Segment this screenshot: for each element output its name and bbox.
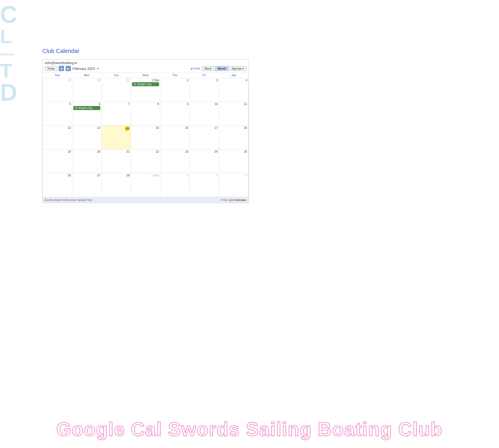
- calendar-week-row: 19202122232425: [43, 149, 248, 173]
- calendar-day-cell[interactable]: 31: [102, 78, 131, 102]
- calendar-day-cell[interactable]: 23: [160, 149, 190, 173]
- calendar-day-cell[interactable]: 26: [43, 173, 72, 197]
- agenda-dropdown-icon[interactable]: ▼: [242, 67, 244, 70]
- week-view-button[interactable]: Week: [202, 66, 214, 71]
- day-number: 1 Feb: [132, 79, 159, 82]
- day-number: 3: [191, 79, 218, 82]
- calendar-day-cell[interactable]: 13: [72, 126, 102, 149]
- calendar-day-cell[interactable]: 2: [160, 78, 190, 102]
- day-number: 26: [44, 174, 71, 177]
- calendar-day-cell[interactable]: 29: [43, 78, 72, 102]
- event-chip[interactable]: St. Brigid's Day: [132, 82, 159, 86]
- calendar-nav-left: Today ◀ ▶ February 2023 ▼: [45, 66, 99, 71]
- day-number: 16: [161, 126, 188, 129]
- timezone-text: Events shown in time zone: Ireland Time: [45, 199, 92, 202]
- calendar-week-row: 56St. Brigid's Day7891011: [43, 102, 248, 126]
- day-number: 18: [220, 126, 247, 129]
- calendar-day-cell[interactable]: 4: [219, 173, 248, 197]
- calendar-week-row: 2930311 FebSt. Brigid's Day234: [43, 78, 248, 102]
- calendar-day-cell[interactable]: 3: [190, 78, 219, 102]
- calendar-week-row: 12131415161718: [43, 126, 248, 149]
- day-number: 3: [191, 174, 218, 177]
- calendar-day-cell[interactable]: 22: [131, 149, 160, 173]
- calendar-day-cell[interactable]: 11: [219, 102, 248, 126]
- calendar-day-cell[interactable]: 1 Mar: [131, 173, 160, 197]
- main-content: Club Calendar ssbc@swordssailing.ie Toda…: [42, 48, 249, 203]
- side-decoration: C L — T D: [0, 0, 16, 106]
- day-number: 13: [73, 126, 100, 129]
- page-title: Club Calendar: [42, 48, 249, 54]
- day-of-week-header: Tue: [102, 72, 131, 78]
- day-number: 8: [132, 102, 159, 106]
- day-number: 23: [161, 150, 188, 153]
- calendar-day-cell[interactable]: 1 FebSt. Brigid's Day: [131, 78, 160, 102]
- calendar-day-cell[interactable]: 24: [190, 149, 219, 173]
- month-title: February 2023: [72, 67, 95, 71]
- prev-month-button[interactable]: ◀: [59, 66, 64, 71]
- day-of-week-header: Fri: [190, 72, 219, 78]
- calendar-day-cell[interactable]: 17: [190, 126, 219, 149]
- calendar-day-cell[interactable]: 8: [131, 102, 160, 126]
- calendar-day-cell[interactable]: 30: [72, 78, 102, 102]
- calendar-day-cell[interactable]: 21: [102, 149, 131, 173]
- day-number: 17: [191, 126, 218, 129]
- event-chip[interactable]: St. Brigid's Day: [73, 106, 100, 110]
- day-number: 25: [220, 150, 247, 153]
- calendar-day-cell[interactable]: 20: [72, 149, 102, 173]
- calendar-day-cell[interactable]: 27: [72, 173, 102, 197]
- calendar-day-cell[interactable]: 28: [102, 173, 131, 197]
- calendar-day-cell[interactable]: 2: [160, 173, 190, 197]
- next-month-button[interactable]: ▶: [66, 66, 71, 71]
- calendar-day-cell[interactable]: 6St. Brigid's Day: [72, 102, 102, 126]
- google-calendar-badge[interactable]: + Google Calendar: [221, 198, 246, 202]
- google-logo: Google: [223, 198, 233, 202]
- day-number: 7: [103, 102, 130, 106]
- day-number: 14: [125, 126, 130, 131]
- day-number: 2: [161, 174, 188, 177]
- calendar-day-cell[interactable]: 3: [190, 173, 219, 197]
- calendar-nav: Today ◀ ▶ February 2023 ▼ 🖨 Print Week M…: [45, 66, 246, 71]
- calendar-day-cell[interactable]: 16: [160, 126, 190, 149]
- day-of-week-header: Mon: [72, 72, 102, 78]
- day-of-week-header: Wed: [131, 72, 160, 78]
- day-number: 12: [44, 126, 71, 129]
- calendar-day-cell[interactable]: 7: [102, 102, 131, 126]
- calendar-day-cell[interactable]: 19: [43, 149, 72, 173]
- day-number: 21: [103, 150, 130, 153]
- day-number: 4: [220, 79, 247, 82]
- calendar-day-cell[interactable]: 15: [131, 126, 160, 149]
- day-number: 2: [161, 79, 188, 82]
- day-number: 20: [73, 150, 100, 153]
- calendar-day-cell[interactable]: 18: [219, 126, 248, 149]
- day-of-week-header: Sun: [43, 72, 72, 78]
- day-number: 15: [132, 126, 159, 129]
- calendar-email: ssbc@swordssailing.ie: [45, 61, 246, 65]
- day-number: 5: [44, 102, 71, 106]
- calendar-nav-right: 🖨 Print Week Month Agenda ▼: [189, 66, 246, 71]
- calendar-day-cell[interactable]: 9: [160, 102, 190, 126]
- day-number: 11: [220, 102, 247, 106]
- calendar-day-cell[interactable]: 10: [190, 102, 219, 126]
- calendar-day-cell[interactable]: 14: [102, 126, 131, 149]
- calendar-day-cell[interactable]: 5: [43, 102, 72, 126]
- calendar-day-cell[interactable]: 25: [219, 149, 248, 173]
- calendar-footer: Events shown in time zone: Ireland Time …: [43, 197, 248, 203]
- calendar-day-cell[interactable]: 12: [43, 126, 72, 149]
- month-dropdown-icon[interactable]: ▼: [97, 67, 99, 70]
- day-number: 4: [220, 174, 247, 177]
- calendar-day-cell[interactable]: 4: [219, 78, 248, 102]
- day-number: 9: [161, 102, 188, 106]
- day-number: 1 Mar: [132, 174, 159, 177]
- day-of-week-header: Sat: [219, 72, 248, 78]
- month-view-button[interactable]: Month: [215, 66, 229, 71]
- calendar-header: ssbc@swordssailing.ie Today ◀ ▶ February…: [43, 60, 248, 72]
- print-button[interactable]: 🖨 Print: [189, 66, 201, 71]
- watermark-title: Google Cal Swords Sailing Boating Club: [56, 418, 443, 440]
- day-number: 28: [103, 174, 130, 177]
- day-number: 10: [191, 102, 218, 106]
- agenda-view-button[interactable]: Agenda ▼: [230, 66, 246, 71]
- day-of-week-header: Thu: [160, 72, 190, 78]
- day-number: 22: [132, 150, 159, 153]
- today-button[interactable]: Today: [45, 66, 57, 71]
- calendar-embed: ssbc@swordssailing.ie Today ◀ ▶ February…: [42, 59, 249, 203]
